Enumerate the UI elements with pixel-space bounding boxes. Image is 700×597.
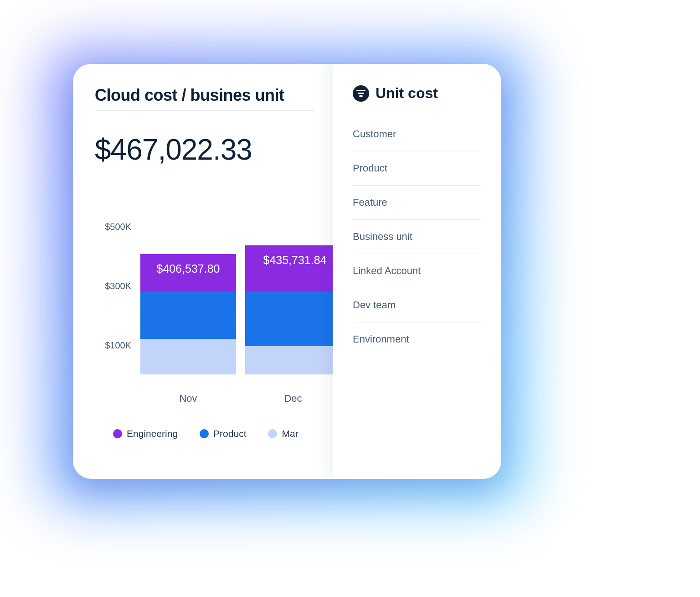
bar-segment-marketing [140, 339, 236, 374]
svg-rect-1 [358, 93, 364, 94]
dashboard-card: Cloud cost / busines unit $467,022.33 $5… [73, 64, 501, 479]
bar-total-label: $435,731.84 [245, 254, 341, 267]
unit-cost-option-feature[interactable]: Feature [353, 186, 481, 220]
legend-item-engineering: Engineering [113, 428, 178, 439]
legend-swatch [200, 429, 209, 438]
bar-segment-product [140, 291, 236, 339]
y-tick-label: $100K [95, 340, 131, 351]
panel-header: Unit cost [353, 85, 481, 102]
plot-area: $406,537.80 $435,731.84 [140, 192, 355, 374]
unit-cost-option-linked-account[interactable]: Linked Account [353, 254, 481, 288]
legend-swatch [268, 429, 277, 438]
svg-rect-0 [356, 90, 365, 91]
panel-title: Unit cost [376, 85, 438, 102]
legend: Engineering Product Mar [113, 428, 333, 439]
card-title: Cloud cost / busines unit [95, 86, 333, 105]
legend-swatch [113, 429, 122, 438]
svg-rect-2 [359, 95, 363, 97]
divider [95, 110, 314, 111]
stacked-bar-chart: $500K $300K $100K $406,537.80 $435,731.8… [95, 192, 355, 374]
main-panel: Cloud cost / busines unit $467,022.33 $5… [73, 64, 333, 479]
filter-icon [353, 85, 369, 102]
bar-total-label: $406,537.80 [140, 262, 236, 275]
unit-cost-option-dev-team[interactable]: Dev team [353, 288, 481, 322]
bar-segment-engineering [245, 245, 341, 291]
bar-dec: $435,731.84 [245, 245, 341, 374]
legend-item-marketing: Mar [268, 428, 298, 439]
unit-cost-panel: Unit cost Customer Product Feature Busin… [333, 64, 501, 479]
unit-cost-option-product[interactable]: Product [353, 151, 481, 186]
legend-label: Mar [282, 428, 298, 439]
total-cost-value: $467,022.33 [95, 133, 333, 166]
x-axis-labels: Nov Dec [140, 380, 333, 396]
x-tick-label: Nov [140, 393, 236, 405]
x-tick-label: Dec [245, 393, 341, 405]
bar-segment-product [245, 291, 341, 346]
unit-cost-option-customer[interactable]: Customer [353, 117, 481, 151]
legend-label: Product [213, 428, 246, 439]
unit-cost-option-environment[interactable]: Environment [353, 322, 481, 356]
bar-nov: $406,537.80 [140, 254, 236, 374]
y-tick-label: $300K [95, 281, 131, 291]
legend-item-product: Product [200, 428, 246, 439]
bar-segment-marketing [245, 346, 341, 374]
unit-cost-option-business-unit[interactable]: Business unit [353, 220, 481, 254]
unit-cost-list: Customer Product Feature Business unit L… [353, 117, 481, 356]
legend-label: Engineering [127, 428, 178, 439]
y-tick-label: $500K [95, 222, 131, 232]
